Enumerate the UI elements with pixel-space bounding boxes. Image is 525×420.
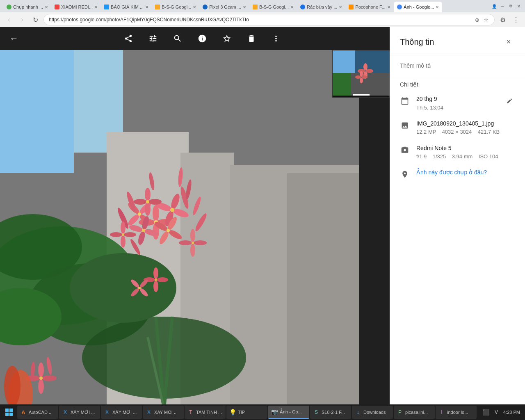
info-button[interactable] [195, 31, 210, 46]
svg-point-66 [157, 277, 168, 282]
info-panel-title: Thông tin [400, 37, 434, 47]
favorite-button[interactable] [219, 31, 234, 46]
svg-rect-86 [333, 73, 353, 96]
taskbar-s18-label: S18-2-1 F... [322, 410, 345, 415]
info-date-main: 20 thg 9 [416, 95, 497, 103]
taskbar-xaymoi3[interactable]: X XAY MOI ... [143, 406, 184, 419]
svg-point-60 [121, 221, 126, 234]
svg-point-67 [153, 281, 158, 292]
user-button[interactable]: 👤 [491, 3, 497, 9]
share-button[interactable] [121, 31, 136, 46]
taskbar-indoor[interactable]: I indoor lo... [436, 406, 477, 419]
system-clock: 4:28 PM [503, 409, 520, 415]
svg-rect-99 [5, 413, 9, 416]
tamtinh-icon: T [187, 409, 194, 416]
start-button[interactable] [2, 406, 16, 419]
tab-bsg1[interactable]: B-S-G Googl... ✕ [152, 2, 199, 12]
back-to-gallery-button[interactable]: ← [7, 31, 21, 46]
image-icon [400, 121, 410, 130]
svg-point-30 [170, 208, 174, 212]
info-panel-close-button[interactable]: × [502, 35, 515, 48]
svg-point-94 [360, 78, 363, 83]
info-section-detail: Chi tiết [390, 76, 525, 91]
autocad-icon: A [20, 409, 27, 416]
tab-racbua[interactable]: Rác bừa vây ... ✕ [297, 2, 345, 12]
tab-pixel3[interactable]: Pixel 3 Gcam ... ✕ [199, 2, 249, 12]
taskbar-downloads[interactable]: ↓ Downloads [352, 406, 393, 419]
restore-button[interactable]: ⧉ [508, 3, 514, 9]
tab-close-5[interactable]: ✕ [243, 5, 246, 9]
svg-rect-2 [0, 50, 74, 173]
more-options-button[interactable] [269, 31, 283, 46]
reload-button[interactable]: ↻ [30, 14, 41, 25]
info-date-sub: Th 5, 13:04 [416, 104, 497, 112]
title-bar: Chụp nhanh ... ✕ XIAOMI REDI... ✕ BÁO GI… [0, 0, 525, 12]
calendar-icon [400, 96, 410, 106]
taskbar-xaymoi2[interactable]: X XÂY MỚI ... [101, 406, 142, 419]
taskbar-autocad-label: AutoCAD ... [29, 410, 52, 415]
close-button[interactable]: ✕ [516, 3, 522, 9]
language-indicator[interactable]: V [493, 409, 500, 416]
chrome-menu-button[interactable]: ⋮ [510, 14, 522, 25]
taskbar-downloads-label: Downloads [363, 410, 386, 415]
edit-date-button[interactable] [504, 95, 515, 107]
tab-chupnhanh[interactable]: Chụp nhanh ... ✕ [3, 2, 51, 12]
zoom-button[interactable] [170, 31, 185, 46]
taskbar-tamtinh[interactable]: T TAM TINH ... [185, 406, 226, 419]
tab-favicon-9 [397, 5, 402, 9]
tab-anh-google[interactable]: Ảnh - Google... ✕ [394, 2, 443, 12]
forward-button[interactable]: › [16, 14, 28, 25]
show-desktop-icon[interactable]: ⬛ [482, 409, 489, 416]
tab-close-2[interactable]: ✕ [94, 5, 98, 9]
info-camera-content: Redmi Note 5 f/1.9 1/325 3.94 mm ISO 104 [416, 144, 515, 161]
main-photo [0, 50, 359, 404]
tab-close-6[interactable]: ✕ [290, 5, 294, 9]
tab-close-8[interactable]: ✕ [387, 5, 390, 9]
taskbar-tip[interactable]: 💡 TIP [226, 406, 267, 419]
extensions-button[interactable]: ⚙ [497, 14, 509, 25]
info-file-size: 421.7 KB [478, 129, 500, 135]
taskbar-s18[interactable]: S S18-2-1 F... [310, 406, 351, 419]
svg-point-92 [360, 71, 363, 77]
tab-xiaomi[interactable]: XIAOMI REDI... ✕ [51, 2, 101, 12]
address-bar: ‹ › ↻ https://photos.google.com/photo/AF… [0, 12, 525, 27]
tab-close-9[interactable]: ✕ [436, 5, 439, 9]
svg-point-89 [366, 69, 373, 73]
info-location-content[interactable]: Ảnh này được chụp ở đâu? [416, 169, 515, 176]
taskbar-anh-google[interactable]: 📷 Ảnh - Go... [268, 406, 309, 419]
edit-button[interactable] [146, 31, 160, 46]
tab-close-7[interactable]: ✕ [339, 5, 342, 9]
tab-close-4[interactable]: ✕ [193, 5, 196, 9]
info-file-name: IMG_20180920_130405_1.jpg [416, 120, 515, 128]
minimize-button[interactable]: ─ [500, 3, 505, 9]
xaymoi3-icon: X [145, 409, 153, 416]
xaymoi2-icon: X [103, 409, 111, 416]
taskbar-indoor-label: indoor lo... [447, 410, 468, 415]
tab-baogiakim[interactable]: BÁO GIÁ KIM ... ✕ [101, 2, 152, 12]
taskbar-autocad[interactable]: A AutoCAD ... [17, 406, 58, 419]
xaymoi1-icon: X [62, 409, 69, 416]
content-area: ← [0, 27, 525, 404]
taskbar-picasa[interactable]: P picasa.ini... [394, 406, 435, 419]
taskbar: A AutoCAD ... X XÂY MỚI ... X XÂY MỚI ..… [0, 404, 525, 420]
translate-icon[interactable]: ⊕ [474, 16, 480, 23]
windows-logo-icon [5, 408, 13, 416]
delete-button[interactable] [244, 31, 259, 46]
tab-pocophone[interactable]: Pocophone F... ✕ [345, 2, 393, 12]
tab-favicon-2 [55, 5, 59, 9]
url-bar[interactable]: https://photos.google.com/photo/AF1QipMY… [43, 14, 495, 25]
taskbar-anh-label: Ảnh - Go... [280, 409, 302, 415]
back-button[interactable]: ‹ [3, 14, 15, 25]
location-link[interactable]: Ảnh này được chụp ở đâu? [416, 169, 487, 176]
description-input[interactable] [400, 62, 515, 69]
svg-point-45 [142, 229, 145, 232]
tab-bsg2[interactable]: B-S-G Googl... ✕ [249, 2, 297, 12]
taskbar-xaymoi1[interactable]: X XÂY MỚI ... [59, 406, 100, 419]
bookmark-icon[interactable]: ☆ [483, 16, 489, 23]
tab-close-1[interactable]: ✕ [45, 5, 48, 9]
downloads-icon: ↓ [354, 409, 362, 416]
taskbar-tamtinh-label: TAM TINH ... [196, 410, 222, 415]
tab-close-3[interactable]: ✕ [145, 5, 148, 9]
svg-rect-6 [287, 173, 359, 404]
svg-point-33 [145, 203, 151, 216]
